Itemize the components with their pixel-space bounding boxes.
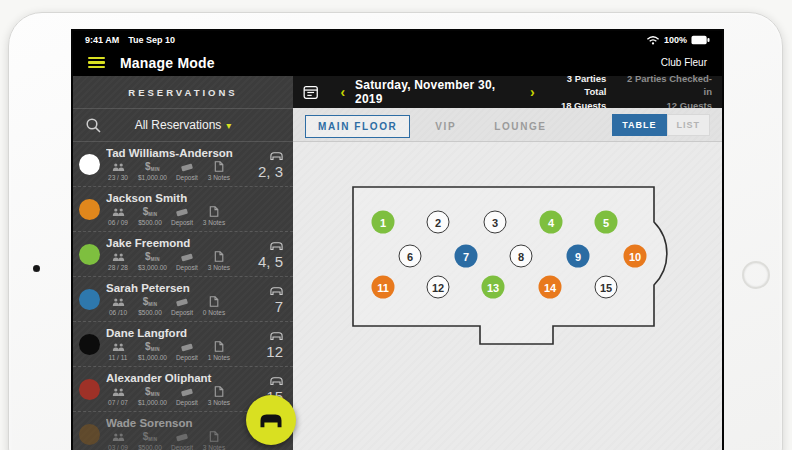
deposit-stat: Deposit xyxy=(170,206,194,226)
party-size-stat: 11 / 11 xyxy=(106,341,130,361)
floor-tab-bar: MAIN FLOORVIPLOUNGE TABLELIST xyxy=(293,108,722,142)
guest-name: Tad Williams-Anderson xyxy=(106,147,241,159)
table-icon xyxy=(270,242,283,250)
page-title: Manage Mode xyxy=(120,55,215,71)
reservation-row[interactable]: Sarah Petersen 06 /10 $MIN $500.00 xyxy=(73,277,293,322)
tab-vip[interactable]: VIP xyxy=(422,115,469,138)
deposit-ticket-icon xyxy=(180,387,194,397)
guests-icon xyxy=(112,343,125,352)
table-5[interactable]: 5 xyxy=(595,211,618,234)
table-14[interactable]: 14 xyxy=(539,276,562,299)
table-3[interactable]: 3 xyxy=(484,211,507,234)
min-spend-stat: $MIN $1,000.00 xyxy=(138,386,167,406)
table-6[interactable]: 6 xyxy=(399,245,422,268)
menu-icon[interactable] xyxy=(88,57,105,69)
deposit-ticket-icon xyxy=(180,162,194,172)
guests-icon xyxy=(112,253,125,262)
view-table-button[interactable]: TABLE xyxy=(612,114,666,136)
next-day-button[interactable]: › xyxy=(520,85,545,99)
table-8[interactable]: 8 xyxy=(510,245,533,268)
battery-percent: 100% xyxy=(664,35,687,45)
min-spend-stat: $MIN $500.00 xyxy=(138,431,162,450)
filter-label: All Reservations xyxy=(135,118,222,132)
status-dot xyxy=(79,244,100,265)
deposit-stat: Deposit xyxy=(170,296,194,316)
reservation-row[interactable]: Dane Langford 11 / 11 $MIN $1,000.00 xyxy=(73,322,293,367)
deposit-ticket-icon xyxy=(180,252,194,262)
min-spend-stat: $MIN $3,000.00 xyxy=(138,251,167,271)
dollar-min-icon: $MIN xyxy=(145,341,160,352)
table-1[interactable]: 1 xyxy=(372,211,395,234)
reservation-row[interactable]: Tad Williams-Anderson 23 / 30 $MIN $1,00… xyxy=(73,142,293,187)
status-time: 9:41 AM xyxy=(85,35,119,45)
tab-lounge[interactable]: LOUNGE xyxy=(481,115,559,138)
table-4[interactable]: 4 xyxy=(540,211,563,234)
table-icon xyxy=(259,413,283,428)
status-dot xyxy=(79,379,100,400)
wifi-icon xyxy=(646,35,660,45)
status-dot xyxy=(79,334,100,355)
notes-icon xyxy=(214,386,224,397)
assigned-tables: 12 xyxy=(266,326,283,361)
view-list-button[interactable]: LIST xyxy=(667,114,711,136)
dollar-min-icon: $MIN xyxy=(143,296,158,307)
guests-icon xyxy=(112,388,125,397)
tablet-frame: 9:41 AM Tue Sep 10 100% Manage Mode C xyxy=(8,12,783,450)
status-dot xyxy=(79,154,100,175)
table-2[interactable]: 2 xyxy=(427,211,450,234)
floor-plan: 123456789101112131415 xyxy=(293,142,722,450)
reservation-filter[interactable]: All Reservations ▾ xyxy=(73,109,293,142)
battery-icon xyxy=(691,35,710,45)
chevron-down-icon: ▾ xyxy=(226,120,231,131)
date-bar: ‹ Saturday, November 30, 2019 › 3 Partie… xyxy=(293,76,722,108)
table-15[interactable]: 15 xyxy=(595,276,618,299)
deposit-stat: Deposit xyxy=(175,341,199,361)
dollar-min-icon: $MIN xyxy=(143,431,158,442)
table-7[interactable]: 7 xyxy=(455,245,478,268)
table-12[interactable]: 12 xyxy=(427,276,450,299)
table-9[interactable]: 9 xyxy=(567,245,590,268)
guests-icon xyxy=(112,298,125,307)
dollar-min-icon: $MIN xyxy=(145,251,160,262)
venue-name: Club Fleur xyxy=(661,57,707,68)
table-icon xyxy=(270,287,283,295)
table-icon xyxy=(270,377,283,385)
current-date: Saturday, November 30, 2019 xyxy=(355,78,520,106)
deposit-ticket-icon xyxy=(180,342,194,352)
calendar-icon[interactable] xyxy=(303,84,318,100)
parties-checkedin-stat: 2 Parties Checked-in 12 Guests xyxy=(622,72,712,112)
reservation-row[interactable]: Jake Freemond 28 / 28 $MIN $3,000.00 xyxy=(73,232,293,277)
home-button[interactable] xyxy=(742,261,770,289)
prev-day-button[interactable]: ‹ xyxy=(330,85,355,99)
status-dot xyxy=(79,289,100,310)
party-size-stat: 28 / 28 xyxy=(106,251,130,271)
search-icon[interactable] xyxy=(85,117,102,134)
assigned-tables: 2, 3 xyxy=(258,146,283,181)
status-dot xyxy=(79,199,100,220)
tab-main-floor[interactable]: MAIN FLOOR xyxy=(305,115,410,138)
table-13[interactable]: 13 xyxy=(482,276,505,299)
party-size-stat: 23 / 30 xyxy=(106,161,130,181)
party-size-stat: 07 / 07 xyxy=(106,386,130,406)
party-size-stat: 06 /10 xyxy=(106,296,130,316)
dollar-min-icon: $MIN xyxy=(145,386,160,397)
table-11[interactable]: 11 xyxy=(372,276,395,299)
floor-outline xyxy=(293,142,724,450)
add-table-fab[interactable] xyxy=(246,395,296,445)
notes-icon xyxy=(209,206,219,217)
table-icon xyxy=(270,332,283,340)
status-dot xyxy=(79,424,100,445)
table-10[interactable]: 10 xyxy=(624,245,647,268)
reservation-row[interactable]: Jackson Smith 06 / 09 $MIN $500.00 xyxy=(73,187,293,232)
floor-view: ‹ Saturday, November 30, 2019 › 3 Partie… xyxy=(293,76,722,450)
guests-icon xyxy=(112,163,125,172)
min-spend-stat: $MIN $500.00 xyxy=(138,206,162,226)
dollar-min-icon: $MIN xyxy=(145,161,160,172)
app-screen: 9:41 AM Tue Sep 10 100% Manage Mode C xyxy=(71,29,724,450)
deposit-stat: Deposit xyxy=(175,161,199,181)
guest-name: Sarah Petersen xyxy=(106,282,241,294)
table-icon xyxy=(270,152,283,160)
guest-name: Alexander Oliphant xyxy=(106,372,241,384)
guests-icon xyxy=(112,208,125,217)
party-size-stat: 06 / 09 xyxy=(106,206,130,226)
